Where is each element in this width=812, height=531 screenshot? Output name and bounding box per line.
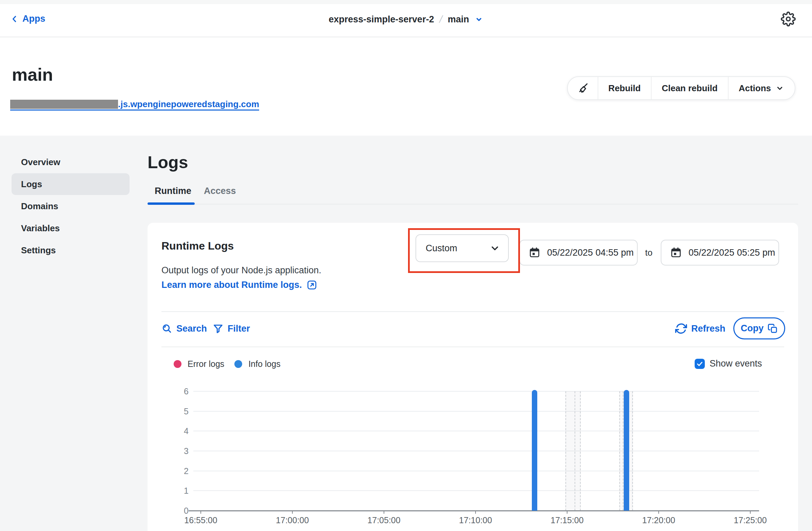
sidebar-item-label: Domains	[21, 201, 58, 211]
page-title: Logs	[147, 152, 188, 172]
url-visible-text: .js.wpenginepoweredstaging.com	[118, 100, 259, 109]
legend-info-logs: Info logs	[234, 359, 280, 369]
actions-menu-button[interactable]: Actions	[728, 77, 795, 99]
app-root: Apps express-simple-server-2 / main main…	[0, 0, 812, 531]
learn-more-link[interactable]: Learn more about Runtime logs.	[161, 280, 317, 290]
settings-gear-icon[interactable]	[781, 12, 796, 27]
to-label: to	[645, 248, 653, 258]
environment-header: main .js.wpenginepoweredstaging.com Rebu…	[0, 37, 812, 136]
learn-more-label: Learn more about Runtime logs.	[161, 280, 302, 290]
sidebar-item-logs[interactable]: Logs	[12, 173, 130, 195]
back-label: Apps	[23, 14, 45, 24]
environment-actions-group: Rebuild Clean rebuild Actions	[567, 76, 795, 100]
runtime-logs-card: Runtime Logs Custom 05/22/2025 04:55 pm …	[147, 223, 798, 531]
calendar-icon	[529, 247, 540, 259]
broom-icon	[576, 82, 590, 95]
sidebar-item-label: Overview	[21, 157, 60, 167]
info-logs-label: Info logs	[248, 359, 280, 369]
clean-rebuild-label: Clean rebuild	[662, 83, 718, 93]
refresh-label: Refresh	[691, 324, 725, 334]
actions-chevron-down-icon	[775, 84, 784, 93]
runtime-logs-title: Runtime Logs	[161, 240, 234, 252]
breadcrumb: express-simple-server-2 / main	[329, 14, 483, 25]
show-events-checkbox[interactable]	[695, 359, 705, 369]
filter-funnel-icon	[213, 323, 223, 334]
refresh-button[interactable]: Refresh	[675, 322, 725, 335]
sidebar-item-label: Logs	[21, 179, 42, 190]
filter-button[interactable]: Filter	[213, 322, 250, 335]
sidebar-item-overview[interactable]: Overview	[12, 151, 130, 173]
check-icon	[696, 360, 704, 368]
legend-error-logs: Error logs	[174, 359, 224, 369]
breadcrumb-separator: /	[438, 14, 444, 25]
environment-url-link[interactable]: .js.wpenginepoweredstaging.com	[10, 100, 259, 110]
search-icon	[161, 323, 172, 334]
sidebar-item-domains[interactable]: Domains	[12, 195, 130, 217]
external-link-icon	[307, 280, 317, 290]
clean-rebuild-button[interactable]: Clean rebuild	[651, 77, 728, 99]
search-button[interactable]: Search	[161, 322, 207, 335]
back-to-apps-link[interactable]: Apps	[10, 14, 45, 24]
copy-icon	[768, 324, 778, 334]
calendar-icon	[670, 247, 682, 259]
breadcrumb-app-name: express-simple-server-2	[329, 14, 434, 25]
sidebar-item-variables[interactable]: Variables	[12, 217, 130, 239]
divider	[161, 311, 784, 312]
top-app-bar: Apps express-simple-server-2 / main	[0, 4, 812, 37]
actions-label: Actions	[739, 83, 771, 93]
rebuild-button[interactable]: Rebuild	[598, 77, 651, 99]
purge-cache-button[interactable]	[568, 77, 598, 99]
sidebar-item-settings[interactable]: Settings	[12, 239, 130, 261]
refresh-icon	[675, 323, 687, 335]
date-from-input[interactable]: 05/22/2025 04:55 pm	[519, 240, 638, 265]
date-to-value: 05/22/2025 05:25 pm	[688, 248, 775, 258]
error-logs-label: Error logs	[188, 359, 224, 369]
filter-label: Filter	[228, 324, 250, 334]
sidebar-item-label: Variables	[21, 223, 60, 234]
breadcrumb-branch[interactable]: main	[448, 14, 469, 25]
info-logs-dot	[234, 360, 242, 368]
rebuild-label: Rebuild	[609, 83, 641, 93]
active-tab-underline	[147, 203, 195, 205]
environment-title: main	[12, 64, 53, 85]
annotation-red-box	[408, 228, 520, 273]
copy-label: Copy	[741, 323, 764, 334]
copy-button[interactable]: Copy	[733, 318, 785, 339]
divider	[161, 346, 784, 347]
runtime-logs-description: Output logs of your Node.js application.	[161, 265, 321, 276]
url-redaction-bar	[10, 100, 118, 109]
show-events-toggle[interactable]: Show events	[695, 358, 762, 369]
sidebar-nav: Overview Logs Domains Variables Settings	[12, 151, 130, 262]
date-to-input[interactable]: 05/22/2025 05:25 pm	[661, 240, 779, 265]
date-from-value: 05/22/2025 04:55 pm	[547, 248, 634, 258]
tab-access[interactable]: Access	[204, 186, 236, 196]
error-logs-dot	[174, 360, 182, 368]
chevron-left-icon	[10, 15, 19, 24]
search-label: Search	[176, 324, 207, 334]
branch-chevron-down-icon[interactable]	[475, 15, 483, 24]
sidebar-item-label: Settings	[21, 245, 56, 256]
window-top-strip	[0, 0, 812, 4]
tabs-baseline	[147, 204, 798, 205]
tab-runtime[interactable]: Runtime	[155, 186, 191, 196]
chart-legend: Error logs Info logs	[174, 359, 280, 369]
show-events-label: Show events	[710, 358, 762, 369]
